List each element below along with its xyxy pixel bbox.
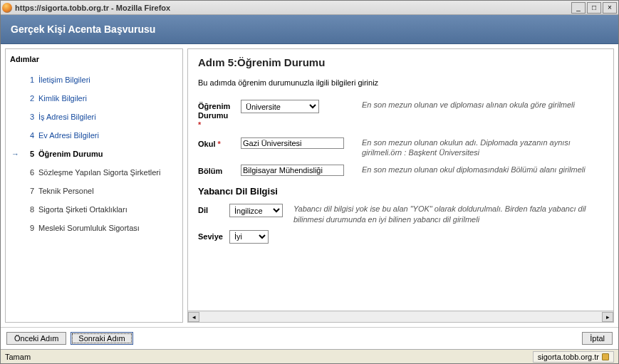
row-ogrenim-durumu: Öğrenim Durumu* Üniversite En son mezun … <box>198 100 603 130</box>
step-2[interactable]: → 2 Kimlik Bilgileri <box>10 89 178 108</box>
step-1[interactable]: → 1 İletişim Bilgileri <box>10 71 178 89</box>
row-bolum: Bölüm En son mezun olunan okul diploması… <box>198 165 603 176</box>
select-ogrenim-durumu[interactable]: Üniversite <box>241 100 319 113</box>
page-title: Gerçek Kişi Acenta Başvurusu <box>11 24 155 35</box>
status-domain: sigorta.tobb.org.tr <box>533 351 614 363</box>
step-instruction: Bu adımda öğrenim durumunuzla ilgili bil… <box>198 78 603 87</box>
step-9: → 9 Mesleki Sorumluluk Sigortası <box>10 219 178 237</box>
browser-window: https://sigorta.tobb.org.tr - Mozilla Fi… <box>0 0 619 364</box>
content: Adımlar → 1 İletişim Bilgileri → 2 Kimli… <box>1 44 618 327</box>
window-controls: _ □ × <box>571 2 617 14</box>
steps-list: → 1 İletişim Bilgileri → 2 Kimlik Bilgil… <box>10 71 178 237</box>
step-8: → 8 Sigorta Şirketi Ortaklıkları <box>10 200 178 219</box>
status-text: Tamam <box>5 353 533 361</box>
main-panel: Adım 5:Öğrenim Durumu Bu adımda öğrenim … <box>187 48 614 323</box>
hint-bolum: En son mezun olunan okul diplomasındaki … <box>348 165 603 175</box>
app-header: Gerçek Kişi Acenta Başvurusu <box>1 15 618 44</box>
minimize-button[interactable]: _ <box>571 2 586 14</box>
prev-button[interactable]: Önceki Adım <box>6 332 66 345</box>
window-title: https://sigorta.tobb.org.tr - Mozilla Fi… <box>15 4 571 12</box>
step-6: → 6 Sözleşme Yapılan Sigorta Şirketleri <box>10 163 178 182</box>
scroll-left-icon[interactable]: ◂ <box>188 312 199 322</box>
cancel-button[interactable]: İptal <box>582 332 613 345</box>
close-button[interactable]: × <box>603 2 617 14</box>
label-dil: Dil <box>198 204 229 214</box>
input-okul[interactable] <box>241 137 344 149</box>
select-dil[interactable]: İngilizce <box>229 204 283 217</box>
horizontal-scrollbar[interactable]: ◂ ▸ <box>188 311 613 322</box>
titlebar: https://sigorta.tobb.org.tr - Mozilla Fi… <box>1 1 618 15</box>
arrow-icon: → <box>11 150 21 158</box>
hint-okul: En son mezun olunan okulun adı. Diplomad… <box>348 137 603 158</box>
sidebar: Adımlar → 1 İletişim Bilgileri → 2 Kimli… <box>5 48 183 323</box>
input-bolum[interactable] <box>241 165 344 176</box>
select-seviye[interactable]: İyi <box>229 230 269 244</box>
step-5: → 5 Öğrenim Durumu <box>10 145 178 163</box>
step-3[interactable]: → 3 İş Adresi Bilgileri <box>10 108 178 126</box>
label-okul: Okul * <box>198 137 241 149</box>
row-okul: Okul * En son mezun olunan okulun adı. D… <box>198 137 603 158</box>
scroll-track[interactable] <box>199 312 602 322</box>
step-heading: Adım 5:Öğrenim Durumu <box>198 56 603 68</box>
label-seviye: Seviye <box>198 230 229 241</box>
row-dil: Dil İngilizce Yabancı dil bilgisi yok is… <box>198 204 603 224</box>
step-4[interactable]: → 4 Ev Adresi Bilgileri <box>10 126 178 145</box>
status-bar: Tamam sigorta.tobb.org.tr <box>1 349 618 363</box>
label-bolum: Bölüm <box>198 165 241 176</box>
hint-dil: Yabancı dil bilgisi yok ise bu alan "YOK… <box>286 204 603 224</box>
label-ogrenim-durumu: Öğrenim Durumu* <box>198 100 241 130</box>
sidebar-heading: Adımlar <box>10 55 178 63</box>
hint-ogrenim-durumu: En son mezun olunan ve diploması alınan … <box>348 100 603 110</box>
next-button[interactable]: Sonraki Adım <box>71 332 132 345</box>
lock-icon <box>602 353 609 360</box>
step-7: → 7 Teknik Personel <box>10 182 178 200</box>
maximize-button[interactable]: □ <box>587 2 601 14</box>
button-bar: Önceki Adım Sonraki Adım İptal <box>1 327 618 349</box>
scroll-right-icon[interactable]: ▸ <box>602 312 613 322</box>
section-yabanci-dil: Yabancı Dil Bilgisi <box>198 186 603 197</box>
firefox-icon <box>2 3 12 13</box>
row-seviye: Seviye İyi <box>198 230 603 244</box>
